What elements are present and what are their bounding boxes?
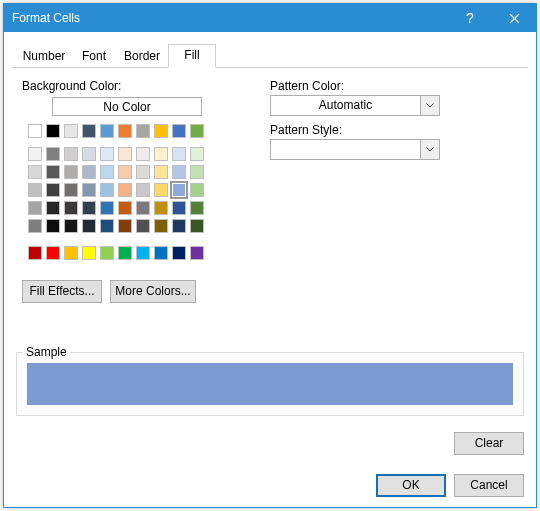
color-swatch[interactable] [100,183,114,197]
ok-button[interactable]: OK [376,474,446,497]
color-swatch[interactable] [64,124,78,138]
color-swatch[interactable] [190,246,204,260]
help-button[interactable]: ? [448,4,492,32]
color-swatch[interactable] [46,165,60,179]
color-swatch[interactable] [154,201,168,215]
color-swatch[interactable] [154,183,168,197]
color-swatch[interactable] [172,183,186,197]
fill-effects-button[interactable]: Fill Effects... [22,280,102,303]
color-swatch[interactable] [118,165,132,179]
color-swatch[interactable] [82,183,96,197]
color-swatch[interactable] [64,219,78,233]
color-swatch[interactable] [28,165,42,179]
clear-button[interactable]: Clear [454,432,524,455]
chevron-down-icon [420,140,439,159]
color-swatch[interactable] [100,246,114,260]
color-swatch[interactable] [136,124,150,138]
color-swatch[interactable] [46,147,60,161]
tab-border[interactable]: Border [116,46,168,68]
color-swatch[interactable] [190,147,204,161]
sample-group: Sample [16,352,524,416]
color-swatch[interactable] [118,219,132,233]
more-colors-button[interactable]: More Colors... [110,280,196,303]
clear-label: Clear [475,436,504,450]
color-swatch[interactable] [64,147,78,161]
color-swatch[interactable] [118,246,132,260]
color-swatch[interactable] [28,219,42,233]
tab-number[interactable]: Number [16,46,72,68]
dialog-window: Format Cells ? Number Font Border Fill B… [3,3,537,508]
color-swatch[interactable] [136,246,150,260]
color-swatch[interactable] [82,165,96,179]
color-swatch[interactable] [172,165,186,179]
color-swatch[interactable] [118,201,132,215]
color-swatch[interactable] [118,147,132,161]
color-swatch[interactable] [100,201,114,215]
no-color-button[interactable]: No Color [52,97,202,116]
color-swatch[interactable] [172,219,186,233]
color-swatch[interactable] [64,201,78,215]
sample-label: Sample [23,345,70,359]
window-title: Format Cells [12,11,448,25]
color-swatch[interactable] [46,183,60,197]
color-swatch[interactable] [46,124,60,138]
color-swatch[interactable] [100,124,114,138]
color-swatch[interactable] [136,183,150,197]
color-swatch[interactable] [28,147,42,161]
cancel-button[interactable]: Cancel [454,474,524,497]
tab-font[interactable]: Font [72,46,116,68]
color-swatch[interactable] [100,165,114,179]
close-icon [509,13,520,24]
color-swatch[interactable] [154,219,168,233]
color-swatch[interactable] [190,183,204,197]
color-swatch[interactable] [100,219,114,233]
close-button[interactable] [492,4,536,32]
color-swatch[interactable] [136,147,150,161]
color-swatch[interactable] [46,201,60,215]
color-swatch[interactable] [64,165,78,179]
pattern-style-combo[interactable] [270,139,440,160]
chevron-down-icon [420,96,439,115]
tab-fill[interactable]: Fill [168,44,216,68]
color-swatch[interactable] [28,124,42,138]
color-swatch[interactable] [100,147,114,161]
color-swatch[interactable] [118,183,132,197]
color-swatch[interactable] [118,124,132,138]
color-swatch[interactable] [190,201,204,215]
color-swatch[interactable] [154,165,168,179]
color-swatch[interactable] [190,219,204,233]
fill-effects-label: Fill Effects... [29,284,94,298]
color-swatch[interactable] [172,124,186,138]
color-swatch[interactable] [82,147,96,161]
color-swatch[interactable] [64,183,78,197]
color-swatch[interactable] [172,246,186,260]
sample-preview [27,363,513,405]
color-swatch[interactable] [154,246,168,260]
color-swatch[interactable] [136,201,150,215]
pattern-color-combo[interactable]: Automatic [270,95,440,116]
color-swatch[interactable] [82,246,96,260]
titlebar: Format Cells ? [4,4,536,32]
background-color-label: Background Color: [22,79,121,93]
color-swatch[interactable] [46,219,60,233]
color-swatch[interactable] [172,201,186,215]
color-swatch[interactable] [28,201,42,215]
ok-label: OK [402,478,419,492]
color-swatch[interactable] [190,124,204,138]
color-swatch[interactable] [136,219,150,233]
tab-strip: Number Font Border Fill [12,40,528,68]
color-swatch[interactable] [82,201,96,215]
color-swatch[interactable] [172,147,186,161]
more-colors-label: More Colors... [115,284,190,298]
pattern-style-value [271,140,420,159]
color-swatch[interactable] [154,147,168,161]
color-swatch[interactable] [82,219,96,233]
color-swatch[interactable] [136,165,150,179]
color-swatch[interactable] [28,183,42,197]
color-swatch[interactable] [64,246,78,260]
color-swatch[interactable] [28,246,42,260]
color-swatch[interactable] [82,124,96,138]
color-swatch[interactable] [154,124,168,138]
color-swatch[interactable] [46,246,60,260]
color-swatch[interactable] [190,165,204,179]
